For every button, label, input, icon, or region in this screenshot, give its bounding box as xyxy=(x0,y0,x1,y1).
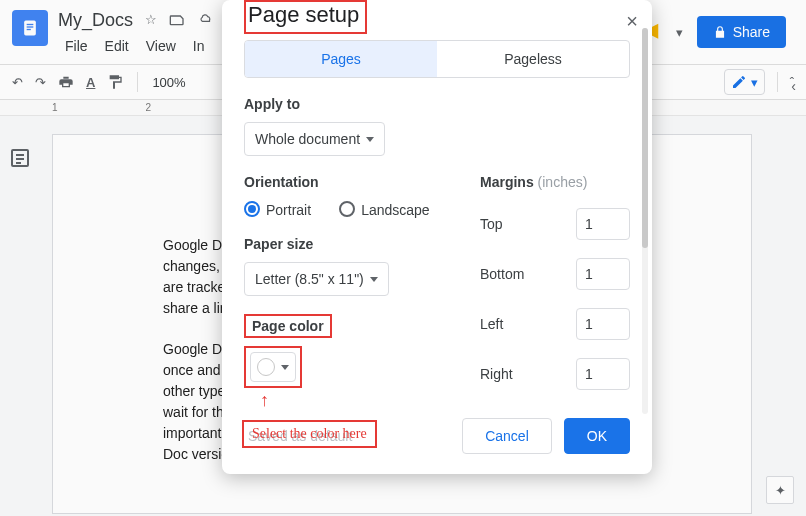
dialog-tabs: Pages Pageless xyxy=(244,40,630,78)
apply-to-label: Apply to xyxy=(244,96,630,112)
margin-top-input[interactable] xyxy=(576,208,630,240)
page-setup-dialog: × Page setup Pages Pageless Apply to Who… xyxy=(222,0,652,474)
dialog-title: Page setup xyxy=(244,0,367,34)
margin-bottom-label: Bottom xyxy=(480,266,564,282)
page-color-label: Page color xyxy=(244,314,332,338)
cancel-button[interactable]: Cancel xyxy=(462,418,552,454)
page-color-dropdown[interactable] xyxy=(250,352,296,382)
annotation-arrow-icon: ↑ xyxy=(260,390,269,411)
color-swatch-icon xyxy=(257,358,275,376)
paper-size-value: Letter (8.5" x 11") xyxy=(255,271,364,287)
portrait-label: Portrait xyxy=(266,202,311,218)
tab-pageless[interactable]: Pageless xyxy=(437,41,629,77)
margin-left-input[interactable] xyxy=(576,308,630,340)
apply-to-dropdown[interactable]: Whole document xyxy=(244,122,385,156)
orientation-label: Orientation xyxy=(244,174,440,190)
radio-portrait[interactable]: Portrait xyxy=(244,202,311,218)
margin-bottom-input[interactable] xyxy=(576,258,630,290)
margin-left-label: Left xyxy=(480,316,564,332)
radio-landscape[interactable]: Landscape xyxy=(339,202,430,218)
caret-down-icon xyxy=(370,277,378,282)
landscape-label: Landscape xyxy=(361,202,430,218)
annotation-callout: Select the color here xyxy=(242,420,377,448)
apply-to-value: Whole document xyxy=(255,131,360,147)
dialog-scrollbar[interactable] xyxy=(642,28,648,414)
margin-right-label: Right xyxy=(480,366,564,382)
paper-size-dropdown[interactable]: Letter (8.5" x 11") xyxy=(244,262,389,296)
caret-down-icon xyxy=(366,137,374,142)
ok-button[interactable]: OK xyxy=(564,418,630,454)
margin-right-input[interactable] xyxy=(576,358,630,390)
margin-top-label: Top xyxy=(480,216,564,232)
tab-pages[interactable]: Pages xyxy=(245,41,437,77)
close-icon[interactable]: × xyxy=(626,10,638,33)
caret-down-icon xyxy=(281,365,289,370)
margins-label: Margins (inches) xyxy=(480,174,630,190)
paper-size-label: Paper size xyxy=(244,236,440,252)
